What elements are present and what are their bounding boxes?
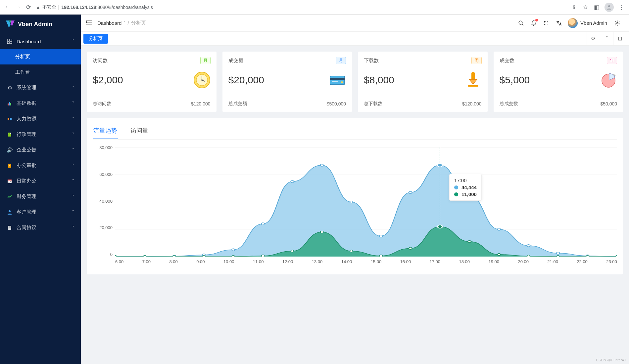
- card-value: $2,000: [93, 74, 123, 86]
- stat-cards: 访问数 月 $2,000 总访问数 $120,000 成交额: [87, 52, 623, 112]
- tooltip-dot-2: [454, 192, 458, 196]
- svg-point-66: [173, 256, 176, 257]
- credit-card-icon: [329, 71, 346, 89]
- svg-point-65: [143, 256, 146, 257]
- card-title: 成交数: [500, 58, 514, 64]
- svg-rect-10: [8, 133, 11, 137]
- username[interactable]: Vben Admin: [580, 20, 607, 26]
- svg-point-76: [468, 240, 471, 242]
- card-badge: 年: [607, 57, 617, 64]
- kebab-menu-icon[interactable]: ⋮: [618, 4, 625, 11]
- svg-point-70: [291, 250, 294, 252]
- card-title: 成交额: [228, 58, 243, 64]
- svg-point-74: [409, 247, 412, 249]
- sidebar: Vben Admin Dashboard ˄ 分析页 工作台 ⚙ 系统管理 ˅ …: [0, 15, 81, 364]
- settings-icon[interactable]: [614, 20, 621, 27]
- reload-button[interactable]: ⟳: [25, 4, 32, 11]
- tooltip-dot-1: [454, 185, 458, 189]
- card-foot-value: $120,000: [462, 101, 481, 106]
- svg-rect-34: [330, 78, 345, 80]
- sidebar-item-notice[interactable]: 🔊 企业公告 ˅: [0, 142, 81, 158]
- chevron-down-icon: ˅: [72, 179, 74, 183]
- watermark: CSDN @Hunter4J: [596, 358, 626, 362]
- sidebar-item-finance[interactable]: 财务管理 ˅: [0, 189, 81, 204]
- user-icon: [7, 209, 13, 215]
- tab-traffic-trend[interactable]: 流量趋势: [93, 123, 118, 139]
- insecure-icon: ▲: [36, 5, 40, 10]
- back-button[interactable]: ←: [4, 4, 11, 11]
- chart-panel: 流量趋势 访问量 80,00060,00040,00020,0000 17:00…: [87, 118, 623, 274]
- card-foot-label: 总成交数: [500, 101, 518, 107]
- svg-rect-27: [618, 37, 621, 40]
- svg-point-0: [608, 5, 610, 7]
- card-foot-label: 总下载数: [364, 101, 382, 107]
- pie-icon: %: [600, 71, 617, 89]
- breadcrumb: Dashboard ˅ / 分析页: [97, 20, 146, 26]
- svg-rect-35: [332, 81, 338, 82]
- svg-line-25: [522, 24, 523, 25]
- chevron-down-icon: ˅: [72, 210, 74, 215]
- bell-icon[interactable]: [530, 20, 537, 27]
- user-avatar[interactable]: [568, 18, 578, 28]
- share-icon[interactable]: ⇪: [571, 4, 577, 11]
- svg-rect-33: [330, 76, 345, 85]
- tab-dropdown-button[interactable]: ˅: [600, 32, 613, 46]
- bookmark-icon[interactable]: ☆: [582, 4, 589, 11]
- page-tab-active[interactable]: 分析页: [83, 34, 108, 44]
- chevron-down-icon: ˅: [72, 194, 74, 199]
- card-foot-label: 总访问数: [93, 101, 111, 107]
- card-title: 访问数: [93, 58, 108, 64]
- document-icon: [7, 225, 13, 231]
- svg-point-68: [232, 256, 235, 257]
- card-title: 下载数: [364, 58, 379, 64]
- card-downloads: 下载数 周 $8,000 总下载数 $120,000: [358, 52, 488, 112]
- calendar-icon: 17: [7, 178, 13, 184]
- translate-icon[interactable]: [555, 20, 562, 27]
- card-badge: 周: [471, 57, 482, 64]
- fullscreen-icon[interactable]: [543, 20, 550, 27]
- card-foot-value: $500,000: [327, 101, 346, 106]
- sidebar-subitem-analysis[interactable]: 分析页: [0, 49, 81, 64]
- tab-fullscreen-button[interactable]: [613, 32, 626, 46]
- sidebar-item-contract[interactable]: 合同协议 ˅: [0, 220, 81, 235]
- svg-text:17: 17: [8, 181, 11, 183]
- svg-rect-5: [8, 103, 9, 105]
- search-icon[interactable]: [517, 20, 525, 27]
- chevron-down-icon: ˅: [72, 101, 74, 106]
- address-bar[interactable]: ▲ 不安全 | 192.168.124.128:8080/#/dashboard…: [36, 3, 567, 12]
- svg-point-73: [379, 255, 382, 257]
- sidebar-item-admin[interactable]: 行政管理 ˅: [0, 127, 81, 142]
- card-turnover: 成交额 月 $20,000 总成交额 $500,000: [222, 52, 352, 112]
- sidebar-subitem-workbench[interactable]: 工作台: [0, 64, 81, 80]
- gear-icon: ⚙: [7, 85, 13, 91]
- chart-svg: [115, 147, 617, 257]
- sidebar-item-daily[interactable]: 17 日常办公 ˅: [0, 173, 81, 189]
- chart-area[interactable]: 80,00060,00040,00020,0000 17:00 44,444 1…: [93, 147, 617, 266]
- dashboard-icon: [7, 38, 13, 44]
- card-value: $8,000: [364, 74, 394, 86]
- sidebar-item-basedata[interactable]: 基础数据 ˅: [0, 96, 81, 111]
- chart-bar-icon: [7, 101, 13, 106]
- panel-icon[interactable]: ◧: [593, 4, 600, 11]
- logo-icon: [6, 20, 15, 28]
- svg-rect-6: [9, 102, 10, 105]
- sidebar-item-approval[interactable]: 办公审批 ˅: [0, 158, 81, 173]
- svg-point-71: [320, 231, 323, 233]
- collapse-sidebar-button[interactable]: [86, 20, 92, 26]
- svg-point-55: [379, 235, 382, 237]
- svg-point-60: [527, 245, 530, 247]
- svg-point-54: [350, 201, 353, 203]
- breadcrumb-root[interactable]: Dashboard: [97, 20, 121, 26]
- forward-button[interactable]: →: [15, 4, 21, 11]
- tab-reload-button[interactable]: ⟳: [587, 32, 600, 46]
- sidebar-item-system[interactable]: ⚙ 系统管理 ˅: [0, 80, 81, 96]
- insecure-label: 不安全: [42, 4, 56, 10]
- brand[interactable]: Vben Admin: [0, 15, 81, 34]
- svg-point-52: [291, 181, 294, 182]
- svg-point-77: [498, 254, 501, 256]
- sidebar-item-customer[interactable]: 客户管理 ˅: [0, 204, 81, 220]
- sidebar-item-hr[interactable]: 人力资源 ˅: [0, 111, 81, 127]
- tab-visits[interactable]: 访问量: [130, 123, 149, 139]
- sidebar-item-dashboard[interactable]: Dashboard ˄: [0, 34, 81, 49]
- chrome-profile-avatar[interactable]: [605, 3, 614, 12]
